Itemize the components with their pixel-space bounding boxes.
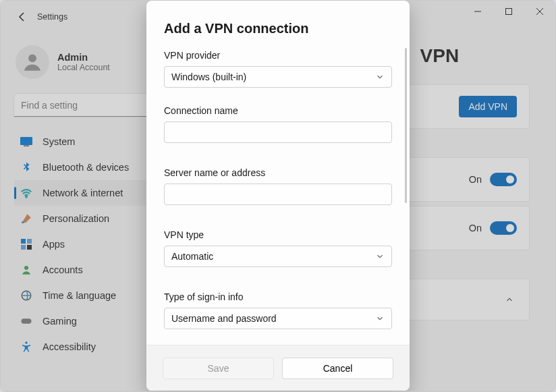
vpn-type-value: Automatic	[171, 251, 213, 262]
vpn-provider-value: Windows (built-in)	[171, 72, 246, 82]
dialog-scrollbar[interactable]	[405, 48, 407, 203]
chevron-down-icon	[375, 314, 385, 323]
signin-type-label: Type of sign-in info	[164, 291, 392, 302]
vpn-type-label: VPN type	[164, 229, 392, 240]
connection-name-input[interactable]	[164, 121, 392, 143]
add-vpn-dialog: Add a VPN connection VPN provider Window…	[146, 1, 410, 391]
chevron-down-icon	[375, 72, 385, 82]
vpn-provider-label: VPN provider	[164, 50, 392, 61]
save-button[interactable]: Save	[163, 358, 274, 379]
vpn-type-select[interactable]: Automatic	[164, 246, 392, 267]
settings-window: Settings Admin Local Account	[0, 0, 556, 392]
chevron-down-icon	[375, 252, 385, 261]
vpn-provider-select[interactable]: Windows (built-in)	[164, 66, 392, 88]
cancel-button[interactable]: Cancel	[282, 358, 393, 379]
server-name-input[interactable]	[164, 184, 392, 205]
signin-type-select[interactable]: Username and password	[164, 308, 392, 329]
server-name-label: Server name or address	[164, 167, 392, 178]
dialog-title: Add a VPN connection	[164, 21, 392, 36]
dialog-footer: Save Cancel	[146, 345, 410, 391]
connection-name-label: Connection name	[164, 105, 392, 116]
signin-type-value: Username and password	[171, 313, 277, 324]
